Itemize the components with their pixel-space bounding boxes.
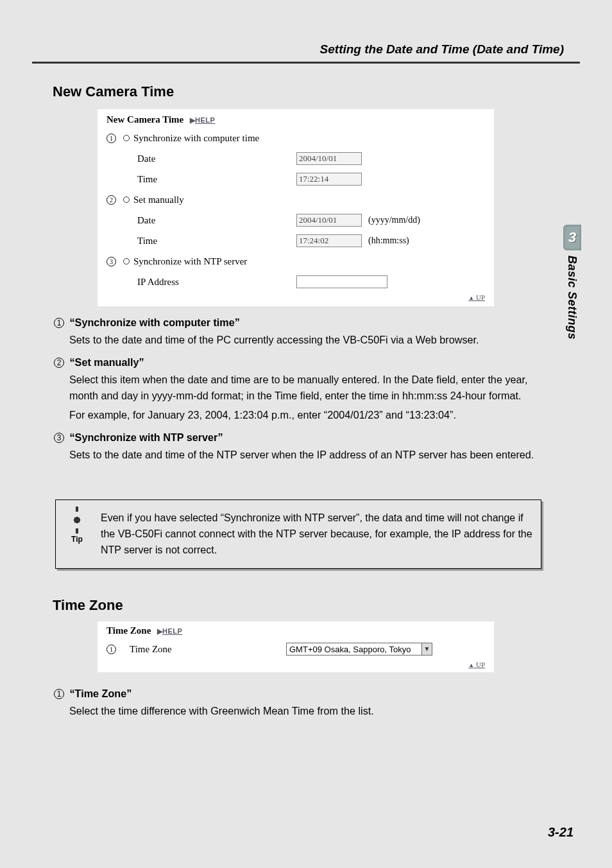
row-sync-date: Date xyxy=(106,150,485,168)
input-sync-time[interactable] xyxy=(296,173,362,186)
panel-title-text: Time Zone xyxy=(106,625,151,636)
tip-label: Tip xyxy=(71,535,83,544)
select-value: GMT+09 Osaka, Sapporo, Tokyo xyxy=(287,645,421,654)
label-timezone: Time Zone xyxy=(123,644,286,655)
panel-title-text: New Camera Time xyxy=(106,114,183,125)
item-1: 1 “Time Zone” Select the time difference… xyxy=(54,686,547,719)
label-date: Date xyxy=(123,153,296,164)
up-label: UP xyxy=(476,661,485,668)
item-1: 1 “Synchronize with computer time” Sets … xyxy=(54,315,547,348)
screenshot-time-zone: Time Zone ▶HELP 1 Time Zone GMT+09 Osaka… xyxy=(98,621,494,672)
item-desc: Select the time difference with Greenwic… xyxy=(54,703,547,719)
item-3: 3 “Synchronize with NTP server” Sets to … xyxy=(54,430,547,463)
option-set-manually: 2 Set manually xyxy=(106,191,485,209)
annotation-2: 2 xyxy=(106,195,123,205)
section-title-time-zone: Time Zone xyxy=(53,597,123,614)
panel-title: New Camera Time ▶HELP xyxy=(106,114,485,125)
row-manual-time: Time (hh:mm:ss) xyxy=(106,232,485,250)
input-manual-date[interactable] xyxy=(296,214,362,227)
tip-box: Tip Even if you have selected “Synchroni… xyxy=(55,499,541,569)
circled-2-icon: 2 xyxy=(54,358,64,368)
description-list-2: 1 “Time Zone” Select the time difference… xyxy=(54,686,547,725)
running-header: Setting the Date and Time (Date and Time… xyxy=(320,42,564,56)
hint-time-format: (hh:mm:ss) xyxy=(368,236,409,246)
up-arrow-icon: ▲ xyxy=(468,662,474,668)
item-desc: Select this item when the date and time … xyxy=(54,372,547,404)
circled-3-icon: 3 xyxy=(54,433,64,443)
item-title: “Set manually” xyxy=(70,356,144,368)
radio-sync-computer[interactable] xyxy=(123,135,130,141)
annotation-1: 1 xyxy=(106,644,123,654)
item-2: 2 “Set manually” Select this item when t… xyxy=(54,354,547,422)
item-desc: For example, for January 23, 2004, 1:23:… xyxy=(54,407,547,423)
input-ip-address[interactable] xyxy=(296,275,387,288)
chevron-down-icon: ▼ xyxy=(421,643,432,655)
item-title: “Synchronize with computer time” xyxy=(70,317,240,328)
section-title-new-camera-time: New Camera Time xyxy=(53,83,174,100)
panel-title: Time Zone ▶HELP xyxy=(106,625,485,636)
label-time: Time xyxy=(123,174,296,185)
label-time: Time xyxy=(123,236,296,247)
item-title: “Synchronize with NTP server” xyxy=(70,431,223,443)
row-ntp-ip: IP Address xyxy=(106,273,485,291)
header-rule xyxy=(32,62,580,64)
label-date: Date xyxy=(123,215,296,226)
help-link[interactable]: HELP xyxy=(195,116,215,124)
help-arrow-icon: ▶ xyxy=(190,116,195,124)
row-manual-date: Date (yyyy/mm/dd) xyxy=(106,211,485,229)
annotation-3: 3 xyxy=(106,256,123,266)
hint-date-format: (yyyy/mm/dd) xyxy=(368,215,420,225)
page: Setting the Date and Time (Date and Time… xyxy=(0,0,612,868)
chapter-tab: 3 xyxy=(563,225,581,250)
up-label: UP xyxy=(476,293,485,301)
chapter-title-vertical: Basic Settings xyxy=(565,256,579,340)
option-label: Synchronize with computer time xyxy=(133,133,293,144)
option-label: Set manually xyxy=(133,195,293,205)
option-label: Synchronize with NTP server xyxy=(133,256,293,267)
up-arrow-icon: ▲ xyxy=(468,295,474,301)
radio-set-manually[interactable] xyxy=(123,196,130,203)
item-title: “Time Zone” xyxy=(70,688,132,699)
label-ip-address: IP Address xyxy=(123,277,296,288)
up-link[interactable]: ▲ UP xyxy=(106,293,485,301)
input-manual-time[interactable] xyxy=(296,234,362,247)
up-link[interactable]: ▲ UP xyxy=(106,661,485,668)
help-link[interactable]: HELP xyxy=(162,627,182,635)
tip-icon-block: Tip xyxy=(62,509,92,547)
page-number: 3-21 xyxy=(548,825,574,840)
item-desc: Sets to the date and time of the NTP ser… xyxy=(54,447,547,463)
circled-1-icon: 1 xyxy=(54,318,64,328)
description-list-1: 1 “Synchronize with computer time” Sets … xyxy=(54,315,547,469)
option-sync-ntp: 3 Synchronize with NTP server xyxy=(106,252,485,270)
bulb-icon xyxy=(66,509,88,531)
select-timezone[interactable]: GMT+09 Osaka, Sapporo, Tokyo ▼ xyxy=(286,643,432,655)
radio-sync-ntp[interactable] xyxy=(123,258,130,265)
annotation-1: 1 xyxy=(106,133,123,143)
tip-text: Even if you have selected “Synchronize w… xyxy=(101,512,532,555)
screenshot-new-camera-time: New Camera Time ▶HELP 1 Synchronize with… xyxy=(98,109,494,306)
row-timezone: 1 Time Zone GMT+09 Osaka, Sapporo, Tokyo… xyxy=(106,640,485,658)
circled-1-icon: 1 xyxy=(54,689,64,699)
row-sync-time: Time xyxy=(106,170,485,188)
input-sync-date[interactable] xyxy=(296,152,362,165)
item-desc: Sets to the date and time of the PC curr… xyxy=(54,332,547,348)
help-arrow-icon: ▶ xyxy=(157,627,162,635)
option-sync-computer: 1 Synchronize with computer time xyxy=(106,129,485,147)
